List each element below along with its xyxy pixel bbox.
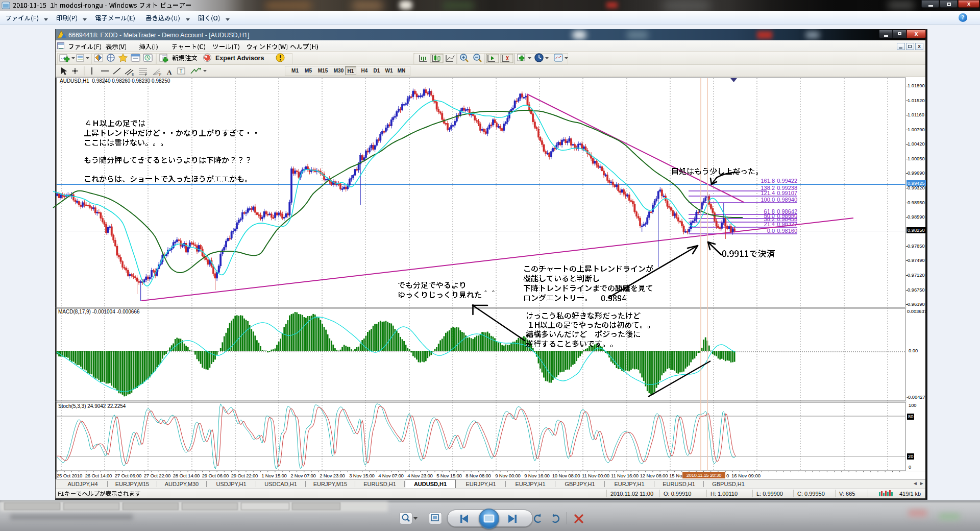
svg-text:F: F bbox=[145, 73, 147, 77]
svg-text:F: F bbox=[159, 73, 161, 77]
svg-text:Expert Advisors: Expert Advisors bbox=[215, 55, 264, 62]
svg-text:A: A bbox=[167, 68, 172, 76]
svg-text:T: T bbox=[180, 68, 183, 74]
svg-text:66694418: FXDD - MetaTrader -: 66694418: FXDD - MetaTrader - Demo Accou… bbox=[68, 32, 250, 39]
svg-text:E: E bbox=[132, 73, 134, 76]
